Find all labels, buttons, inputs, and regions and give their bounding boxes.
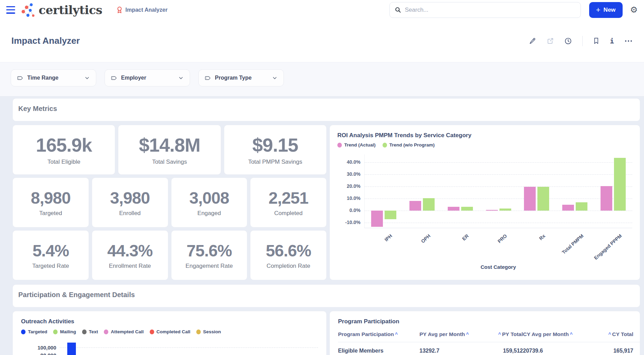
legend-label: Trend (w/o Program) [389, 142, 435, 148]
column-label: PY Total [502, 331, 523, 337]
metric-card-total-pmpm-savings: $9.15Total PMPM Savings [224, 125, 327, 175]
topbar: certilytics Impact Analyzer + New ⚙ [0, 0, 644, 20]
x-axis-label-rx: Rx [538, 233, 546, 241]
column-header-py-total[interactable]: ^PY Total [482, 331, 523, 337]
outreach-grid-row: 100,000 [21, 345, 318, 351]
share-external-link-icon[interactable] [547, 37, 554, 44]
page-title: Impact Analyzer [11, 36, 80, 46]
legend-dot [82, 329, 87, 334]
outreach-title: Outreach Activities [21, 318, 318, 325]
sort-caret-icon: ^ [607, 332, 612, 337]
hamburger-menu-icon[interactable] [6, 6, 15, 14]
legend-item-trend-actual[interactable]: Trend (Actual) [337, 142, 376, 148]
roi-bar-er-trend-actual [448, 207, 459, 211]
table-cell: 56 [633, 348, 640, 354]
outreach-chart: 100,00080,000 [21, 336, 318, 355]
legend-item-attempted-call[interactable]: Attempted Call [104, 329, 143, 334]
legend-item-completed-call[interactable]: Completed Call [150, 329, 190, 334]
new-button[interactable]: + New [589, 2, 623, 18]
metric-card-engaged: 3,008Engaged [171, 178, 248, 227]
metric-value: $14.8M [139, 134, 200, 156]
roi-chart-card: ROI Analysis PMPM Trends by Service Cate… [329, 125, 640, 280]
metric-card-targeted-rate: 5.4%Targeted Rate [12, 230, 89, 280]
gridline [365, 199, 632, 199]
history-clock-icon[interactable] [564, 37, 572, 45]
roi-bar-rx-trend-w-o-program [537, 187, 549, 211]
edit-pencil-icon[interactable] [529, 37, 536, 44]
roi-bar-engaged-pppm-trend-w-o-program [614, 158, 626, 211]
table-cell: 20739.6 [523, 348, 587, 354]
metric-label: Engaged [197, 210, 221, 217]
search-input[interactable] [405, 7, 576, 13]
legend-item-session[interactable]: Session [196, 329, 221, 334]
breadcrumb-label: Impact Analyzer [126, 7, 168, 13]
dashboard-content: Key Metrics 165.9kTotal Eligible$14.8MTo… [0, 97, 644, 355]
filter-employer[interactable]: Employer [105, 69, 190, 87]
table-row: Eligible Members13292.7159,51220739.6165… [338, 342, 640, 354]
gridline [365, 162, 632, 163]
metric-card-completed: 2,251Completed [250, 178, 327, 227]
roi-chart-title: ROI Analysis PMPM Trends by Service Cate… [337, 132, 632, 139]
legend-item-trend-w-o-program[interactable]: Trend (w/o Program) [383, 142, 435, 148]
filter-label: Program Type [215, 75, 251, 81]
x-axis-label-total-pmpm: Total PMPM [561, 233, 585, 255]
breadcrumb[interactable]: Impact Analyzer [116, 6, 168, 13]
metric-label: Enrolled [119, 210, 140, 217]
gridline [365, 223, 632, 223]
info-icon[interactable]: i [610, 37, 614, 45]
metric-card-enrolled: 3,980Enrolled [92, 178, 168, 227]
program-participation-table: Program Participation^PY Avg per Month^^… [338, 331, 640, 354]
outreach-bar-targeted [67, 343, 76, 355]
filter-bar: Time RangeEmployerProgram Type [0, 62, 644, 97]
metric-label: Targeted [39, 210, 62, 217]
roi-bar-iph-trend-w-o-program [385, 211, 396, 219]
column-header-program-participation[interactable]: Program Participation^ [338, 331, 419, 337]
metric-label: Targeted Rate [32, 263, 69, 270]
outreach-grid-row: 80,000 [21, 352, 318, 355]
column-header-[interactable]: ^% [633, 331, 640, 337]
metric-value: 3,008 [189, 189, 229, 207]
roi-chart-x-labels: IPHOPHERPRORxTotal PMPMEngaged PPPM [364, 228, 632, 264]
settings-gear-icon[interactable]: ⚙ [630, 6, 638, 14]
program-participation-card: Program Participation Program Participat… [329, 311, 640, 355]
column-header-cy-avg-per-month[interactable]: CY Avg per Month^ [523, 331, 587, 337]
x-axis-label-engaged-pppm: Engaged PPPM [593, 233, 623, 261]
sort-caret-icon: ^ [569, 332, 574, 337]
bookmark-icon[interactable] [593, 37, 600, 44]
metric-value: 5.4% [32, 241, 69, 260]
metric-value: 2,251 [269, 189, 308, 207]
y-axis-tick-label: 80,000 [21, 352, 60, 355]
legend-item-text[interactable]: Text [82, 329, 98, 334]
metric-value: $9.15 [252, 134, 298, 156]
new-button-label: New [604, 7, 616, 13]
roi-bar-total-pmpm-trend-w-o-program [576, 202, 587, 211]
search-box[interactable] [389, 2, 581, 18]
legend-item-mailing[interactable]: Mailing [53, 329, 76, 334]
metric-card-targeted: 8,980Targeted [12, 178, 89, 227]
legend-label: Trend (Actual) [344, 142, 376, 148]
gridline [365, 211, 632, 211]
gridline [60, 347, 318, 348]
roi-bar-oph-trend-actual [409, 201, 421, 211]
column-header-cy-total[interactable]: ^CY Total [587, 331, 633, 337]
program-participation-title: Program Participation [338, 318, 632, 325]
filter-time-range[interactable]: Time Range [11, 69, 96, 87]
metric-value: 44.3% [107, 241, 152, 260]
section-header-participation-details: Participation & Engagement Details [12, 284, 640, 307]
x-axis-label-er: ER [461, 233, 470, 242]
column-label: Program Participation [338, 331, 394, 337]
table-cell: Eligible Members [338, 348, 419, 354]
legend-item-targeted[interactable]: Targeted [21, 329, 47, 334]
filter-program-type[interactable]: Program Type [198, 69, 284, 87]
x-axis-label-pro: PRO [496, 233, 508, 244]
metric-label: Total PMPM Savings [248, 159, 302, 165]
more-ellipsis-icon[interactable] [624, 40, 633, 42]
metric-label: Engagement Rate [186, 263, 233, 270]
chevron-down-icon [84, 75, 90, 81]
search-icon [395, 7, 401, 13]
roi-chart-plot: 40.0%30.0%20.0%10.0%0.0%-10.0% [364, 154, 632, 228]
table-cell: 13292.7 [419, 348, 482, 354]
y-axis-tick-label: 10.0% [337, 195, 360, 201]
column-header-py-avg-per-month[interactable]: PY Avg per Month^ [419, 331, 482, 337]
y-axis-tick-label: 0.0% [337, 207, 360, 213]
